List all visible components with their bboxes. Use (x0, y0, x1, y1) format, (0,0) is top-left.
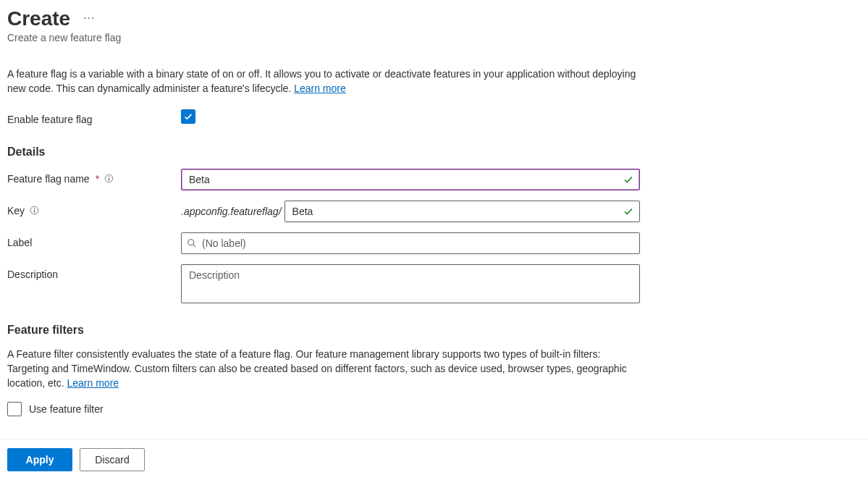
description-label: Description (7, 269, 58, 280)
key-prefix: .appconfig.featureflag/ (181, 206, 282, 217)
name-label: Feature flag name (7, 173, 90, 185)
page-subtitle: Create a new feature flag (7, 32, 861, 43)
label-input[interactable] (181, 232, 640, 254)
more-icon[interactable]: ··· (83, 12, 95, 25)
svg-point-1 (108, 176, 109, 177)
enable-checkbox[interactable] (181, 109, 195, 124)
svg-point-6 (188, 239, 194, 245)
filters-heading: Feature filters (7, 324, 861, 337)
search-icon (187, 238, 197, 248)
name-input[interactable] (181, 169, 640, 190)
info-icon[interactable] (104, 174, 114, 184)
enable-label: Enable feature flag (7, 114, 93, 125)
key-label: Key (7, 205, 25, 216)
intro-text: A feature flag is a variable with a bina… (7, 67, 644, 96)
svg-point-4 (33, 208, 34, 209)
filters-learn-more-link[interactable]: Learn more (67, 377, 119, 389)
footer: Apply Discard (0, 439, 868, 480)
valid-check-icon (623, 174, 634, 185)
valid-check-icon (623, 206, 634, 217)
label-label: Label (7, 237, 32, 248)
apply-button[interactable]: Apply (7, 448, 72, 471)
details-heading: Details (7, 146, 861, 159)
checkmark-icon (183, 111, 193, 122)
info-icon[interactable] (29, 206, 39, 216)
description-input[interactable] (181, 264, 640, 303)
svg-line-7 (193, 244, 196, 247)
required-indicator: * (96, 173, 99, 185)
use-filter-checkbox[interactable] (7, 402, 22, 416)
svg-rect-2 (109, 178, 109, 181)
page-title: Create (7, 7, 70, 30)
filters-text: A Feature filter consistently evaluates … (7, 347, 644, 391)
discard-button[interactable]: Discard (80, 448, 145, 471)
use-filter-label: Use feature filter (29, 403, 104, 415)
intro-learn-more-link[interactable]: Learn more (294, 83, 346, 94)
key-input[interactable] (285, 201, 640, 222)
svg-rect-5 (34, 210, 35, 213)
